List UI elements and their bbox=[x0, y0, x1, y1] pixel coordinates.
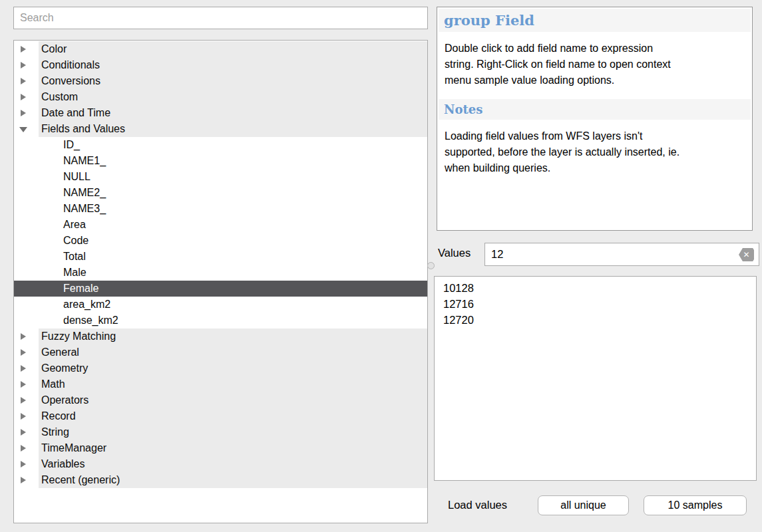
tree-row-background bbox=[39, 169, 427, 185]
tree-item-label: Female bbox=[63, 281, 98, 297]
tree-item[interactable]: Male bbox=[14, 265, 427, 281]
expand-arrow-icon[interactable] bbox=[21, 429, 26, 436]
splitter-handle[interactable] bbox=[427, 262, 435, 269]
tree-item[interactable]: Total bbox=[14, 249, 427, 265]
expression-function-tree: Color Conditionals Conversions Custom bbox=[13, 40, 428, 523]
tree-row-background bbox=[39, 424, 427, 440]
tree-row-background bbox=[39, 89, 427, 105]
tree-row-background bbox=[39, 456, 427, 472]
tree-item-label: area_km2 bbox=[63, 297, 110, 313]
tree-item-label: String bbox=[41, 424, 69, 440]
help-group-title: group Field bbox=[439, 9, 751, 32]
tree-item[interactable]: Fields and Values bbox=[14, 121, 427, 137]
ten-samples-button[interactable]: 10 samples bbox=[644, 495, 747, 515]
tree-item[interactable]: Operators bbox=[14, 392, 427, 408]
values-filter-input[interactable] bbox=[485, 243, 759, 265]
tree-item[interactable]: Conditionals bbox=[14, 57, 427, 73]
tree-item-label: NAME3_ bbox=[63, 201, 106, 217]
expression-builder-dialog: Color Conditionals Conversions Custom bbox=[0, 0, 762, 532]
tree-item-label: ID_ bbox=[63, 137, 80, 153]
tree-item-label: Conversions bbox=[41, 73, 100, 89]
expand-arrow-icon[interactable] bbox=[21, 94, 26, 100]
tree-row-background bbox=[39, 249, 427, 265]
tree-item[interactable]: NAME3_ bbox=[14, 201, 427, 217]
expand-arrow-icon[interactable] bbox=[21, 477, 26, 483]
tree-item-label: Conditionals bbox=[41, 57, 100, 73]
all-unique-button[interactable]: all unique bbox=[538, 495, 629, 515]
tree-item-label: Geometry bbox=[41, 360, 88, 376]
tree-item[interactable]: Date and Time bbox=[14, 105, 427, 121]
expand-arrow-icon[interactable] bbox=[21, 333, 26, 340]
search-input[interactable] bbox=[13, 7, 428, 29]
notes-title: Notes bbox=[439, 99, 751, 120]
tree-item[interactable]: ID_ bbox=[14, 137, 427, 153]
tree-row-background bbox=[39, 137, 427, 153]
tree-row-background bbox=[39, 41, 427, 57]
tree-row-background bbox=[39, 233, 427, 249]
load-values-label: Load values bbox=[448, 499, 507, 511]
value-item[interactable]: 12720 bbox=[435, 312, 756, 328]
tree-item[interactable]: area_km2 bbox=[14, 297, 427, 313]
tree-item-label: Record bbox=[41, 408, 76, 424]
tree-item[interactable]: Recent (generic) bbox=[14, 472, 427, 488]
tree-item[interactable]: String bbox=[14, 424, 427, 440]
expand-arrow-icon[interactable] bbox=[21, 445, 26, 452]
expand-arrow-icon[interactable] bbox=[21, 381, 26, 388]
expand-arrow-icon[interactable] bbox=[21, 349, 26, 356]
tree-row-background bbox=[39, 265, 427, 281]
tree-item[interactable]: NAME1_ bbox=[14, 153, 427, 169]
tree-item[interactable]: Math bbox=[14, 376, 427, 392]
tree-item[interactable]: dense_km2 bbox=[14, 313, 427, 329]
tree-item[interactable]: Color bbox=[14, 41, 427, 57]
expand-arrow-icon[interactable] bbox=[21, 461, 26, 467]
tree-item[interactable]: Variables bbox=[14, 456, 427, 472]
tree-item-label: NAME1_ bbox=[63, 153, 106, 169]
expand-arrow-icon[interactable] bbox=[21, 110, 26, 116]
tree-row-background bbox=[39, 408, 427, 424]
expand-arrow-icon[interactable] bbox=[21, 62, 26, 68]
tree-item[interactable]: Conversions bbox=[14, 73, 427, 89]
tree-item-label: Custom bbox=[41, 89, 78, 105]
expand-arrow-icon[interactable] bbox=[21, 78, 26, 84]
notes-text: Loading field values from WFS layers isn… bbox=[445, 128, 745, 176]
expand-arrow-icon[interactable] bbox=[21, 46, 26, 53]
tree-item[interactable]: Custom bbox=[14, 89, 427, 105]
value-item[interactable]: 12716 bbox=[435, 296, 756, 312]
tree-item[interactable]: Area bbox=[14, 217, 427, 233]
tree-item-label: dense_km2 bbox=[63, 313, 118, 329]
tree-item[interactable]: NAME2_ bbox=[14, 185, 427, 201]
tree-item-label: NULL bbox=[63, 169, 91, 185]
tree-row-background bbox=[39, 360, 427, 376]
tree-item-label: Date and Time bbox=[41, 105, 110, 121]
tree-item-label: Fields and Values bbox=[41, 121, 125, 137]
expand-arrow-icon[interactable] bbox=[19, 127, 27, 132]
tree-item-label: NAME2_ bbox=[63, 185, 106, 201]
expand-arrow-icon[interactable] bbox=[21, 365, 26, 372]
tree-item[interactable]: Record bbox=[14, 408, 427, 424]
tree-item-label: General bbox=[41, 344, 79, 360]
tree-item-label: Variables bbox=[41, 456, 85, 472]
tree-item[interactable]: TimeManager bbox=[14, 440, 427, 456]
tree-item[interactable]: Code bbox=[14, 233, 427, 249]
tree-row-background bbox=[39, 376, 427, 392]
tree-item[interactable]: Female bbox=[14, 281, 427, 297]
tree-row-background bbox=[39, 344, 427, 360]
value-item[interactable]: 10128 bbox=[435, 280, 756, 296]
tree-item-label: Math bbox=[41, 376, 65, 392]
tree-item-label: Recent (generic) bbox=[41, 472, 120, 488]
tree-item-label: Code bbox=[63, 233, 89, 249]
values-label: Values bbox=[438, 247, 471, 259]
tree-item-label: Color bbox=[41, 41, 67, 57]
help-description: Double click to add field name to expres… bbox=[445, 41, 745, 88]
values-filter-field: ✕ bbox=[484, 243, 759, 266]
help-panel: group Field Double click to add field na… bbox=[437, 7, 753, 231]
tree-item[interactable]: NULL bbox=[14, 169, 427, 185]
tree-item[interactable]: General bbox=[14, 344, 427, 360]
tree-item-label: Fuzzy Matching bbox=[41, 329, 116, 344]
expand-arrow-icon[interactable] bbox=[21, 413, 26, 420]
values-list: 10128 12716 12720 bbox=[434, 276, 757, 481]
tree-item-label: TimeManager bbox=[41, 440, 106, 456]
tree-item[interactable]: Fuzzy Matching bbox=[14, 329, 427, 344]
expand-arrow-icon[interactable] bbox=[21, 397, 26, 404]
tree-item[interactable]: Geometry bbox=[14, 360, 427, 376]
